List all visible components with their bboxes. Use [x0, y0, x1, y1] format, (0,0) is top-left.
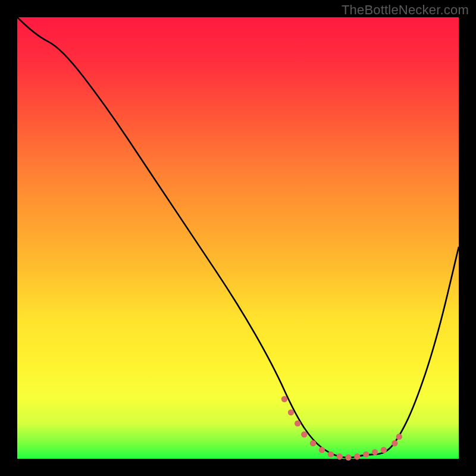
- accent-dot: [310, 440, 316, 446]
- accent-dot: [288, 409, 294, 415]
- watermark-text: TheBottleNecker.com: [342, 2, 469, 18]
- accent-dot: [392, 440, 397, 446]
- accent-dot: [295, 420, 300, 426]
- accent-dot: [281, 396, 287, 402]
- accent-dot: [345, 455, 351, 461]
- accent-dot: [319, 447, 325, 453]
- accent-dot: [363, 451, 369, 457]
- accent-dot: [354, 453, 360, 459]
- accent-dot: [372, 449, 378, 455]
- accent-dot: [301, 431, 307, 437]
- accent-valley-dots: [281, 396, 402, 461]
- accent-dot: [396, 434, 402, 440]
- accent-dot: [337, 453, 343, 459]
- chart-overlay-svg: [17, 17, 459, 459]
- accent-dot: [381, 447, 387, 453]
- accent-dot: [328, 451, 334, 457]
- bottleneck-curve: [17, 17, 459, 458]
- chart-container: TheBottleNecker.com: [0, 0, 476, 476]
